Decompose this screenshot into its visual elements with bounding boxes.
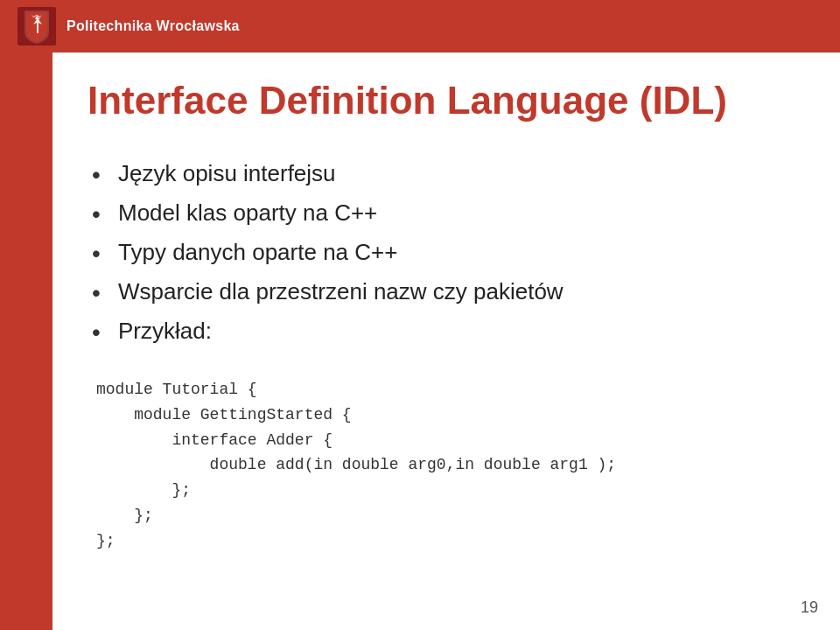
header-bar: Politechnika Wrocławska (0, 0, 840, 52)
bullet-list: Język opisu interfejsu Model klas oparty… (88, 154, 796, 351)
slide: Politechnika Wrocławska Interface Defini… (0, 0, 840, 630)
code-line-7: }; (96, 528, 796, 554)
bullet-item-1: Język opisu interfejsu (88, 154, 796, 193)
bullet-item-5: Przykład: (88, 312, 796, 351)
code-line-6: }; (96, 503, 796, 528)
page-number: 19 (801, 598, 818, 617)
bullet-item-4: Wsparcie dla przestrzeni nazw czy pakiet… (88, 272, 796, 312)
red-accent-bar (0, 52, 52, 630)
slide-body: Interface Definition Language (IDL) Języ… (0, 52, 840, 630)
code-line-5: }; (96, 478, 796, 503)
code-line-2: module GettingStarted { (96, 402, 796, 428)
university-name-label: Politechnika Wrocławska (66, 18, 240, 34)
code-line-4: double add(in double arg0,in double arg1… (96, 452, 796, 478)
university-logo (18, 7, 56, 46)
bullet-item-3: Typy danych oparte na C++ (88, 233, 796, 272)
code-block: module Tutorial { module GettingStarted … (88, 377, 796, 554)
code-line-1: module Tutorial { (96, 377, 796, 402)
slide-title: Interface Definition Language (IDL) (88, 79, 796, 123)
main-content: Interface Definition Language (IDL) Języ… (52, 52, 840, 630)
bullet-item-2: Model klas oparty na C++ (88, 193, 796, 233)
code-line-3: interface Adder { (96, 428, 796, 453)
